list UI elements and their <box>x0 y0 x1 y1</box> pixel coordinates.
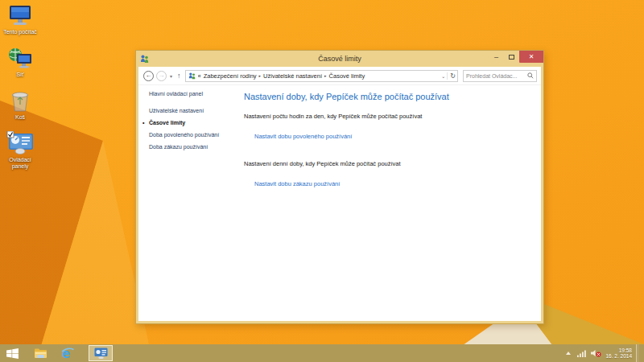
desktop-icon-label: Ovládací panely <box>2 157 39 170</box>
network-icon <box>2 46 39 70</box>
volume-muted-icon[interactable] <box>591 349 601 357</box>
section-description: Nastavení počtu hodin za den, kdy Pepíče… <box>244 113 533 120</box>
control-panel-icon <box>2 131 39 155</box>
window-body: ← → ▾ ↑ « Zabezpečení rodiny ▸ Uži <box>138 67 541 321</box>
network-signal-icon[interactable] <box>577 350 587 357</box>
desktop-icon-label: Tento počítač <box>2 29 39 35</box>
control-panel-taskbar-icon <box>94 348 108 359</box>
breadcrumb-prefix: « <box>198 72 201 80</box>
taskbar-file-explorer-button[interactable] <box>29 344 52 362</box>
sidebar-item-curfew[interactable]: Doba zákazu používání <box>149 141 244 153</box>
taskbar-control-panel-button[interactable] <box>89 345 113 361</box>
search-icon[interactable] <box>527 72 534 79</box>
sidebar-links: Uživatelské nastavení • Časové limity Do… <box>149 105 244 153</box>
window-title: Časové limity <box>136 51 543 67</box>
clock-date: 16. 2. 2014 <box>605 353 632 360</box>
address-bar[interactable]: « Zabezpečení rodiny ▸ Uživatelské nasta… <box>185 70 458 82</box>
recent-pages-caret-icon[interactable]: ▾ <box>169 73 173 79</box>
sidebar-item-user-settings[interactable]: Uživatelské nastavení <box>149 105 244 117</box>
search-box[interactable] <box>463 70 537 82</box>
desktop-icon-label: Síť <box>2 72 39 78</box>
start-button[interactable] <box>0 344 24 362</box>
desktop-icon-network[interactable]: Síť <box>2 46 39 78</box>
computer-icon <box>2 3 39 27</box>
file-explorer-icon <box>34 348 47 359</box>
taskbar-clock[interactable]: 19:58 16. 2. 2014 <box>605 348 632 360</box>
desktop-icon-label: Koš <box>2 114 39 121</box>
address-toolbar: ← → ▾ ↑ « Zabezpečení rodiny ▸ Uži <box>138 67 541 85</box>
sidebar-item-time-limits[interactable]: • Časové limity <box>149 117 244 129</box>
set-curfew-link[interactable]: Nastavit dobu zákazu používání <box>254 180 340 187</box>
search-input[interactable] <box>466 73 527 79</box>
show-desktop-button[interactable] <box>636 344 639 362</box>
window-titlebar[interactable]: Časové limity – ✕ <box>136 51 543 67</box>
sidebar-item-allowed-time[interactable]: Doba povoleného používání <box>149 129 244 141</box>
window-content: Hlavní ovládací panel Uživatelské nastav… <box>138 85 541 321</box>
breadcrumb: « Zabezpečení rodiny ▸ Uživatelské nasta… <box>198 72 440 80</box>
taskbar-internet-explorer-button[interactable]: e <box>56 344 79 362</box>
page-title: Nastavení doby, kdy Pepíček může počítač… <box>244 92 533 101</box>
allowed-time-section: Nastavení počtu hodin za den, kdy Pepíče… <box>244 113 533 153</box>
system-tray: 19:58 16. 2. 2014 <box>566 344 644 362</box>
forward-button[interactable]: → <box>156 71 167 81</box>
desktop-icon-list: Tento počítač Síť Koš <box>2 3 39 180</box>
desktop-icon-control-panel[interactable]: Ovládací panely <box>2 131 39 170</box>
maximize-button[interactable] <box>504 51 519 63</box>
curfew-section: Nastavení denní doby, kdy Pepíček může p… <box>244 160 533 200</box>
up-button[interactable]: ↑ <box>175 72 183 80</box>
internet-explorer-icon: e <box>60 347 75 360</box>
address-bar-tools: ⌄ ↻ <box>441 72 456 80</box>
breadcrumb-separator-icon: ▸ <box>324 73 327 78</box>
breadcrumb-item-time-limits[interactable]: Časové limity <box>329 72 365 80</box>
desktop-icon-this-pc[interactable]: Tento počítač <box>2 3 39 35</box>
sidebar-item-control-panel-home[interactable]: Hlavní ovládací panel <box>149 91 244 97</box>
breadcrumb-item-family-safety[interactable]: Zabezpečení rodiny <box>204 72 257 80</box>
maximize-icon <box>509 55 514 60</box>
back-button[interactable]: ← <box>143 71 154 81</box>
set-allowed-time-link[interactable]: Nastavit dobu povoleného používání <box>254 133 352 140</box>
breadcrumb-item-user-settings[interactable]: Uživatelské nastavení <box>263 72 322 80</box>
minimize-button[interactable]: – <box>489 51 504 63</box>
address-dropdown-icon[interactable]: ⌄ <box>441 73 445 79</box>
show-hidden-icons-icon[interactable] <box>566 352 571 355</box>
main-pane: Nastavení doby, kdy Pepíček může počítač… <box>244 85 541 321</box>
recycle-bin-icon <box>2 88 39 113</box>
control-panel-window: Časové limity – ✕ ← → ▾ ↑ <box>135 50 544 324</box>
window-controls: – ✕ <box>489 51 543 63</box>
section-description: Nastavení denní doby, kdy Pepíček může p… <box>244 160 533 167</box>
close-button[interactable]: ✕ <box>519 51 543 63</box>
active-bullet-icon: • <box>142 117 144 129</box>
desktop-icon-recycle-bin[interactable]: Koš <box>2 88 39 121</box>
windows-logo-icon <box>6 348 19 359</box>
clock-time: 19:58 <box>605 348 632 354</box>
task-pane-sidebar: Hlavní ovládací panel Uživatelské nastav… <box>138 85 244 321</box>
taskbar-buttons: e <box>0 344 113 362</box>
taskbar: e <box>0 344 644 362</box>
family-safety-address-icon <box>188 72 196 80</box>
breadcrumb-separator-icon: ▸ <box>259 73 262 78</box>
refresh-icon[interactable]: ↻ <box>447 72 456 80</box>
